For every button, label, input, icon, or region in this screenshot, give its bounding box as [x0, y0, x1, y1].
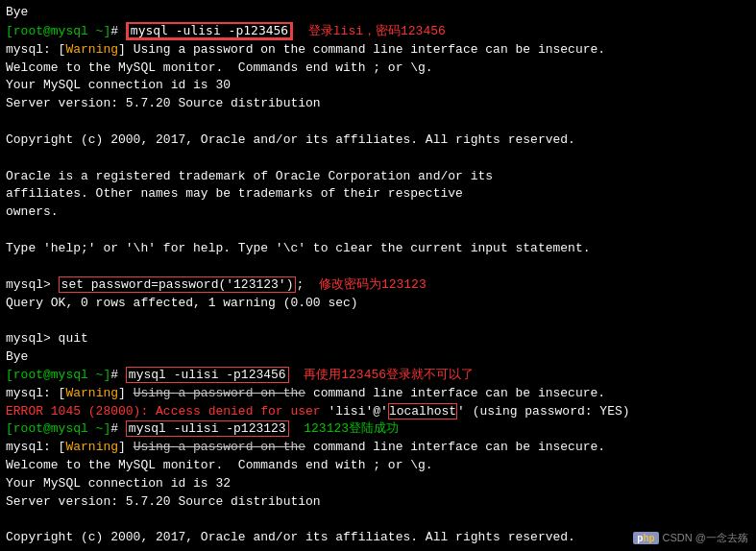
terminal-line: Server version: 5.7.20 Source distributi…	[6, 493, 750, 512]
terminal-line: mysql: [Warning] Using a password on the…	[6, 439, 750, 457]
terminal-line: Bye	[6, 4, 750, 22]
csdn-label: CSDN @一念去殇	[663, 531, 748, 545]
terminal-line: affiliates. Other names may be trademark…	[6, 185, 750, 204]
terminal-line: Query OK, 0 rows affected, 1 warning (0.…	[6, 295, 750, 313]
terminal-line	[6, 512, 750, 530]
terminal-line: mysql: [Warning] Using a password on the…	[6, 41, 750, 60]
terminal-line	[6, 113, 750, 132]
terminal-line: Oracle is a registered trademark of Orac…	[6, 168, 750, 186]
terminal-window: Bye [root@mysql ~]# mysql -ulisi -p12345…	[0, 0, 756, 551]
terminal-line	[6, 222, 750, 240]
watermark: php CSDN @一念去殇	[633, 531, 748, 545]
terminal-line: Type 'help;' or '\h' for help. Type '\c'…	[6, 240, 750, 258]
terminal-line: ERROR 1045 (28000): Access denied for us…	[6, 403, 750, 421]
terminal-line	[6, 258, 750, 276]
terminal-line: owners.	[6, 204, 750, 222]
terminal-line: mysql> quit	[6, 330, 750, 348]
terminal-line: Server version: 5.7.20 Source distributi…	[6, 95, 750, 113]
php-badge: php	[633, 532, 658, 544]
terminal-line: mysql> set password=password('123123'); …	[6, 276, 750, 295]
terminal-line: Your MySQL connection id is 30	[6, 77, 750, 95]
terminal-line: Bye	[6, 348, 750, 367]
terminal-line: Copyright (c) 2000, 2017, Oracle and/or …	[6, 132, 750, 150]
terminal-line: Your MySQL connection id is 32	[6, 475, 750, 493]
terminal-line: [root@mysql ~]# mysql -ulisi -p123123 12…	[6, 420, 750, 439]
terminal-line: [root@mysql ~]# mysql -ulisi -p123456 再使…	[6, 367, 750, 385]
terminal-line	[6, 547, 750, 551]
terminal-line	[6, 150, 750, 168]
terminal-line: [root@mysql ~]# mysql -ulisi -p123456 登录…	[6, 22, 750, 41]
terminal-line	[6, 312, 750, 330]
terminal-line: Welcome to the MySQL monitor. Commands e…	[6, 60, 750, 78]
terminal-line: Welcome to the MySQL monitor. Commands e…	[6, 457, 750, 475]
terminal-line: mysql: [Warning] Using a password on the…	[6, 385, 750, 403]
